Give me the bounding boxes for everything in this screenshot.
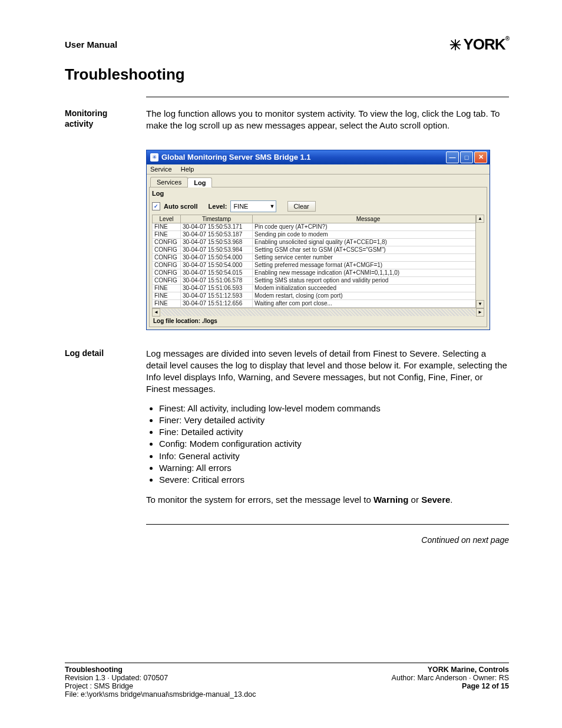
- table-row[interactable]: FINE30-04-07 15:50:53.187Sending pin cod…: [153, 230, 484, 238]
- app-window: ✳ Global Monitoring Server SMS Bridge 1.…: [146, 150, 490, 330]
- footer: Troubleshooting Revision 1.3 · Updated: …: [65, 663, 509, 699]
- col-message[interactable]: Message: [253, 215, 484, 223]
- auto-scroll-checkbox[interactable]: [152, 202, 160, 210]
- footer-file: File: e:\york\sms bridge\manual\smsbridg…: [65, 690, 256, 699]
- continued-note: Continued on next page: [65, 535, 509, 545]
- list-item: Info: General activity: [159, 450, 509, 462]
- table-row[interactable]: CONFIG30-04-07 15:50:53.984Setting GSM c…: [153, 246, 484, 253]
- minimize-button[interactable]: —: [446, 151, 459, 163]
- cell-timestamp: 30-04-07 15:50:53.984: [181, 246, 253, 253]
- cell-level: FINE: [153, 292, 181, 299]
- snowflake-icon: [448, 38, 462, 52]
- list-item: Severe: Critical errors: [159, 474, 509, 486]
- table-row[interactable]: CONFIG30-04-07 15:50:54.000Setting servi…: [153, 253, 484, 261]
- cell-message: Modem restart, closing (com port): [253, 292, 484, 299]
- menu-service[interactable]: Service: [150, 166, 172, 173]
- table-row[interactable]: FINE30-04-07 15:51:12.656Waiting after c…: [153, 299, 484, 307]
- scroll-up-icon[interactable]: ▲: [476, 215, 484, 223]
- table-row[interactable]: CONFIG30-04-07 15:50:53.968Enabling unso…: [153, 238, 484, 246]
- cell-message: Modem initialization succeeded: [253, 284, 484, 292]
- tab-log[interactable]: Log: [187, 177, 212, 187]
- cell-timestamp: 30-04-07 15:50:53.171: [181, 223, 253, 230]
- level-label: Level:: [209, 203, 227, 210]
- footer-section: Troubleshooting: [65, 666, 256, 674]
- table-row[interactable]: FINE30-04-07 15:50:53.171Pin code query …: [153, 223, 484, 230]
- maximize-button[interactable]: □: [460, 151, 473, 163]
- menubar: Service Help: [147, 164, 490, 174]
- menu-help[interactable]: Help: [181, 166, 194, 173]
- scroll-down-icon[interactable]: ▼: [476, 300, 484, 308]
- table-row[interactable]: FINE30-04-07 15:51:12.593Modem restart, …: [153, 292, 484, 299]
- monitoring-paragraph: The log function allows you to monitor s…: [146, 108, 509, 132]
- titlebar: ✳ Global Monitoring Server SMS Bridge 1.…: [147, 150, 490, 164]
- cell-message: Setting SMS status report option and val…: [253, 276, 484, 284]
- cell-timestamp: 30-04-07 15:50:54.000: [181, 261, 253, 269]
- table-row[interactable]: FINE30-04-07 15:51:06.593Modem initializ…: [153, 284, 484, 292]
- cell-timestamp: 30-04-07 15:51:06.578: [181, 276, 253, 284]
- col-level[interactable]: Level: [153, 215, 181, 223]
- cell-level: CONFIG: [153, 276, 181, 284]
- footer-project: Project : SMS Bridge: [65, 682, 256, 690]
- status-line: Log file location: ./logs: [152, 317, 484, 324]
- footer-author: Author: Marc Anderson · Owner: RS: [392, 674, 509, 682]
- cell-level: CONFIG: [153, 238, 181, 246]
- table-row[interactable]: CONFIG30-04-07 15:51:06.578Setting SMS s…: [153, 276, 484, 284]
- list-item: Finer: Very detailed activity: [159, 414, 509, 426]
- cell-timestamp: 30-04-07 15:50:53.187: [181, 230, 253, 238]
- table-row[interactable]: CONFIG30-04-07 15:50:54.015Enabling new …: [153, 269, 484, 276]
- divider: [146, 97, 509, 97]
- doc-header-title: User Manual: [65, 39, 117, 50]
- cell-timestamp: 30-04-07 15:51:06.593: [181, 284, 253, 292]
- cell-message: Setting preferred message format (AT+CMG…: [253, 261, 484, 269]
- log-table: Level Timestamp Message FINE30-04-07 15:…: [152, 215, 484, 308]
- list-item: Config: Modem configuration activity: [159, 438, 509, 450]
- logdetail-closing: To monitor the system for errors, set th…: [146, 494, 509, 506]
- cell-level: CONFIG: [153, 261, 181, 269]
- footer-page: Page 12 of 15: [392, 682, 509, 690]
- vertical-scrollbar[interactable]: ▲ ▼: [475, 215, 484, 308]
- scroll-right-icon[interactable]: ►: [476, 308, 484, 317]
- list-item: Finest: All activity, including low-leve…: [159, 403, 509, 414]
- window-title: Global Monitoring Server SMS Bridge 1.1: [161, 153, 311, 162]
- cell-level: CONFIG: [153, 269, 181, 276]
- cell-level: FINE: [153, 284, 181, 292]
- cell-message: Waiting after com port close...: [253, 299, 484, 307]
- logdetail-paragraph: Log messages are divided into seven leve…: [146, 348, 509, 396]
- clear-button[interactable]: Clear: [287, 201, 316, 212]
- cell-level: FINE: [153, 223, 181, 230]
- detail-list: Finest: All activity, including low-leve…: [146, 403, 509, 486]
- col-timestamp[interactable]: Timestamp: [181, 215, 253, 223]
- cell-level: FINE: [153, 299, 181, 307]
- horizontal-scrollbar[interactable]: ◄ ►: [152, 308, 484, 317]
- cell-message: Sending pin code to modem: [253, 230, 484, 238]
- logo: YORK®: [448, 35, 510, 54]
- cell-timestamp: 30-04-07 15:51:12.593: [181, 292, 253, 299]
- level-combo[interactable]: FINE ▼: [230, 200, 276, 212]
- cell-message: Pin code query (AT+CPIN?): [253, 223, 484, 230]
- tab-services[interactable]: Services: [150, 177, 188, 187]
- divider: [146, 524, 509, 525]
- auto-scroll-label: Auto scroll: [164, 203, 197, 210]
- page-title: Troubleshooting: [65, 65, 509, 84]
- close-button[interactable]: ✕: [474, 151, 487, 163]
- cell-message: Enabling unsolicited signal quality (AT+…: [253, 238, 484, 246]
- cell-timestamp: 30-04-07 15:51:12.656: [181, 299, 253, 307]
- cell-message: Setting service center number: [253, 253, 484, 261]
- cell-level: CONFIG: [153, 246, 181, 253]
- app-icon: ✳: [150, 153, 158, 162]
- cell-level: FINE: [153, 230, 181, 238]
- logo-text: YORK®: [464, 35, 510, 54]
- list-item: Warning: All errors: [159, 462, 509, 474]
- table-row[interactable]: CONFIG30-04-07 15:50:54.000Setting prefe…: [153, 261, 484, 269]
- footer-revision: Revision 1.3 · Updated: 070507: [65, 674, 256, 682]
- cell-level: CONFIG: [153, 253, 181, 261]
- list-item: Fine: Detailed activity: [159, 426, 509, 438]
- side-label-logdetail: Log detail: [65, 348, 146, 358]
- cell-timestamp: 30-04-07 15:50:54.015: [181, 269, 253, 276]
- cell-timestamp: 30-04-07 15:50:54.000: [181, 253, 253, 261]
- footer-company: YORK Marine, Controls: [392, 666, 509, 674]
- chevron-down-icon: ▼: [269, 203, 275, 209]
- cell-message: Setting GSM char set to GSM (AT+CSCS="GS…: [253, 246, 484, 253]
- scroll-left-icon[interactable]: ◄: [152, 308, 160, 317]
- cell-message: Enabling new message indication (AT+CNMI…: [253, 269, 484, 276]
